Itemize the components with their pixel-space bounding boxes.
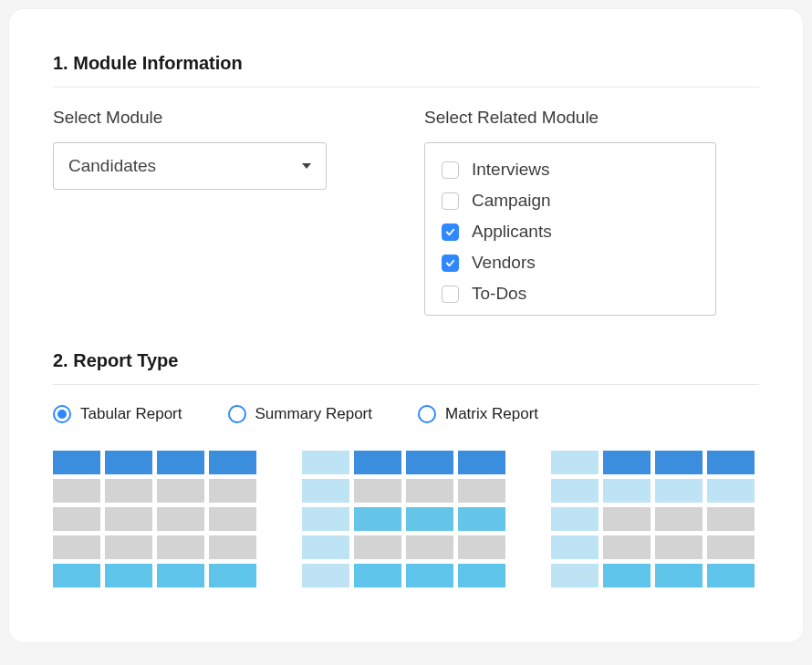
checkbox-icon <box>442 286 459 303</box>
section2-title: 2. Report Type <box>53 350 759 371</box>
related-module-col: Select Related Module Interviews Campaig… <box>424 108 759 316</box>
related-module-list[interactable]: Interviews Campaign Applicants V <box>424 142 716 316</box>
module-select-value: Candidates <box>68 156 156 176</box>
related-item-vendors[interactable]: Vendors <box>442 247 699 278</box>
select-module-label: Select Module <box>53 108 388 128</box>
checkbox-checked-icon <box>442 223 459 241</box>
radio-label: Summary Report <box>255 405 372 423</box>
module-row: Select Module Candidates Select Related … <box>53 108 759 316</box>
checkbox-label: Campaign <box>472 191 551 211</box>
preview-tabular[interactable] <box>53 451 256 587</box>
module-select[interactable]: Candidates <box>53 142 327 190</box>
radio-icon <box>228 405 246 423</box>
radio-selected-icon <box>53 405 71 423</box>
select-module-col: Select Module Candidates <box>53 108 388 316</box>
report-config-card: 1. Module Information Select Module Cand… <box>9 9 803 642</box>
radio-icon <box>418 405 436 423</box>
section1-divider <box>53 87 759 88</box>
checkbox-label: Vendors <box>472 253 536 273</box>
radio-label: Matrix Report <box>445 405 538 423</box>
checkbox-icon <box>442 161 459 179</box>
section1-title: 1. Module Information <box>53 53 759 74</box>
related-item-todos[interactable]: To-Dos <box>442 278 699 309</box>
related-item-applicants[interactable]: Applicants <box>442 216 699 247</box>
checkbox-label: Applicants <box>472 222 552 242</box>
report-type-options: Tabular Report Summary Report Matrix Rep… <box>53 405 759 423</box>
related-item-interviews[interactable]: Interviews <box>442 154 699 185</box>
related-module-label: Select Related Module <box>424 108 759 128</box>
radio-matrix[interactable]: Matrix Report <box>418 405 538 423</box>
preview-summary[interactable] <box>302 451 505 587</box>
related-item-campaign[interactable]: Campaign <box>442 185 699 216</box>
radio-tabular[interactable]: Tabular Report <box>53 405 182 423</box>
radio-summary[interactable]: Summary Report <box>228 405 372 423</box>
preview-matrix[interactable] <box>551 451 755 587</box>
radio-label: Tabular Report <box>80 405 182 423</box>
checkbox-label: Interviews <box>472 160 550 180</box>
checkbox-checked-icon <box>442 255 459 272</box>
chevron-down-icon <box>302 163 311 169</box>
section2-divider <box>53 384 759 385</box>
report-previews <box>53 451 759 587</box>
checkbox-icon <box>442 192 459 210</box>
checkbox-label: To-Dos <box>472 284 526 304</box>
